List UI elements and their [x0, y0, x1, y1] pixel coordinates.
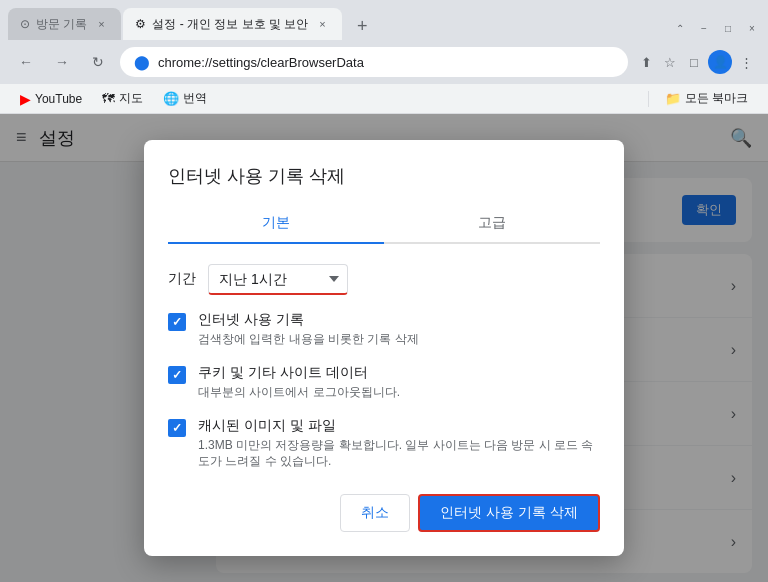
bookmark-translate-label: 번역: [183, 90, 207, 107]
dialog-footer: 취소 인터넷 사용 기록 삭제: [168, 486, 600, 532]
dialog-tabs: 기본 고급: [168, 204, 600, 244]
extension-icon[interactable]: □: [684, 52, 704, 72]
maximize-button[interactable]: □: [720, 20, 736, 36]
folder-icon: 📁: [665, 91, 681, 106]
checkbox-history-title: 인터넷 사용 기록: [198, 311, 600, 329]
close-button[interactable]: ×: [744, 20, 760, 36]
time-range-label: 기간: [168, 270, 196, 288]
bookmark-translate[interactable]: 🌐 번역: [155, 87, 215, 110]
tab-advanced[interactable]: 고급: [384, 204, 600, 242]
profile-avatar[interactable]: 👤: [708, 50, 732, 74]
minimize-button[interactable]: −: [696, 20, 712, 36]
modal-overlay: 인터넷 사용 기록 삭제 기본 고급 기간 지난 1시간 지난 24시간 지난 …: [0, 114, 768, 582]
tab-settings[interactable]: ⚙ 설정 - 개인 정보 보호 및 보안 ×: [123, 8, 342, 40]
tab-bar: ⊙ 방문 기록 × ⚙ 설정 - 개인 정보 보호 및 보안 × + ⌃ − □…: [0, 0, 768, 40]
checkbox-cache-box[interactable]: ✓: [168, 419, 186, 437]
chevron-up-icon: ⌃: [672, 20, 688, 36]
tab-settings-label: 설정 - 개인 정보 보호 및 보안: [152, 16, 308, 33]
bookmark-youtube[interactable]: ▶ YouTube: [12, 88, 90, 110]
youtube-icon: ▶: [20, 91, 31, 107]
tab-history[interactable]: ⊙ 방문 기록 ×: [8, 8, 121, 40]
checkbox-history: ✓ 인터넷 사용 기록 검색창에 입력한 내용을 비롯한 기록 삭제: [168, 311, 600, 348]
checkbox-cache: ✓ 캐시된 이미지 및 파일 1.3MB 미만의 저장용량을 확보합니다. 일부…: [168, 417, 600, 471]
all-bookmarks-label: 모든 북마크: [685, 90, 748, 107]
bookmark-maps[interactable]: 🗺 지도: [94, 87, 151, 110]
clear-browsing-dialog: 인터넷 사용 기록 삭제 기본 고급 기간 지난 1시간 지난 24시간 지난 …: [144, 140, 624, 556]
bookmark-separator: [648, 91, 649, 107]
chrome-logo-icon: ⬤: [134, 54, 150, 70]
checkmark-icon: ✓: [172, 315, 182, 329]
back-button[interactable]: ←: [12, 48, 40, 76]
translate-icon: 🌐: [163, 91, 179, 106]
bookmarks-bar: ▶ YouTube 🗺 지도 🌐 번역 📁 모든 북마크: [0, 84, 768, 114]
maps-icon: 🗺: [102, 91, 115, 106]
checkbox-cookies-box[interactable]: ✓: [168, 366, 186, 384]
checkmark-icon-3: ✓: [172, 421, 182, 435]
window-controls: ⌃ − □ ×: [672, 20, 760, 40]
delete-button[interactable]: 인터넷 사용 기록 삭제: [418, 494, 600, 532]
tab-settings-icon: ⚙: [135, 17, 146, 31]
new-tab-button[interactable]: +: [348, 12, 376, 40]
checkbox-cache-desc: 1.3MB 미만의 저장용량을 확보합니다. 일부 사이트는 다음 방문 시 로…: [198, 437, 600, 471]
checkbox-cache-title: 캐시된 이미지 및 파일: [198, 417, 600, 435]
address-bar: ← → ↻ ⬤ chrome://settings/clearBrowserDa…: [0, 40, 768, 84]
reload-button[interactable]: ↻: [84, 48, 112, 76]
all-bookmarks[interactable]: 📁 모든 북마크: [657, 87, 756, 110]
tab-history-label: 방문 기록: [36, 16, 87, 33]
tab-history-icon: ⊙: [20, 17, 30, 31]
address-url: chrome://settings/clearBrowserData: [158, 55, 614, 70]
checkbox-cookies: ✓ 쿠키 및 기타 사이트 데이터 대부분의 사이트에서 로그아웃됩니다.: [168, 364, 600, 401]
bookmark-youtube-label: YouTube: [35, 92, 82, 106]
checkbox-history-box[interactable]: ✓: [168, 313, 186, 331]
menu-icon[interactable]: ⋮: [736, 52, 756, 72]
address-input[interactable]: ⬤ chrome://settings/clearBrowserData: [120, 47, 628, 77]
checkbox-cookies-text: 쿠키 및 기타 사이트 데이터 대부분의 사이트에서 로그아웃됩니다.: [198, 364, 600, 401]
tab-settings-close[interactable]: ×: [314, 16, 330, 32]
dialog-title: 인터넷 사용 기록 삭제: [168, 164, 600, 188]
checkbox-history-desc: 검색창에 입력한 내용을 비롯한 기록 삭제: [198, 331, 600, 348]
forward-button[interactable]: →: [48, 48, 76, 76]
star-icon[interactable]: ☆: [660, 52, 680, 72]
cancel-button[interactable]: 취소: [340, 494, 410, 532]
checkmark-icon-2: ✓: [172, 368, 182, 382]
page: ≡ 설정 🔍 🛡 안전 확인: [0, 114, 768, 582]
time-range-select[interactable]: 지난 1시간 지난 24시간 지난 7일 지난 4주 전체 기간: [208, 264, 348, 295]
checkbox-history-text: 인터넷 사용 기록 검색창에 입력한 내용을 비롯한 기록 삭제: [198, 311, 600, 348]
bookmarks-right: 📁 모든 북마크: [644, 87, 756, 110]
checkbox-cookies-title: 쿠키 및 기타 사이트 데이터: [198, 364, 600, 382]
checkbox-cache-text: 캐시된 이미지 및 파일 1.3MB 미만의 저장용량을 확보합니다. 일부 사…: [198, 417, 600, 471]
bookmark-maps-label: 지도: [119, 90, 143, 107]
share-icon[interactable]: ⬆: [636, 52, 656, 72]
time-range-row: 기간 지난 1시간 지난 24시간 지난 7일 지난 4주 전체 기간: [168, 264, 600, 295]
tab-basic[interactable]: 기본: [168, 204, 384, 242]
checkbox-cookies-desc: 대부분의 사이트에서 로그아웃됩니다.: [198, 384, 600, 401]
tab-history-close[interactable]: ×: [93, 16, 109, 32]
browser-window: ⊙ 방문 기록 × ⚙ 설정 - 개인 정보 보호 및 보안 × + ⌃ − □…: [0, 0, 768, 582]
address-icons: ⬆ ☆ □ 👤 ⋮: [636, 50, 756, 74]
